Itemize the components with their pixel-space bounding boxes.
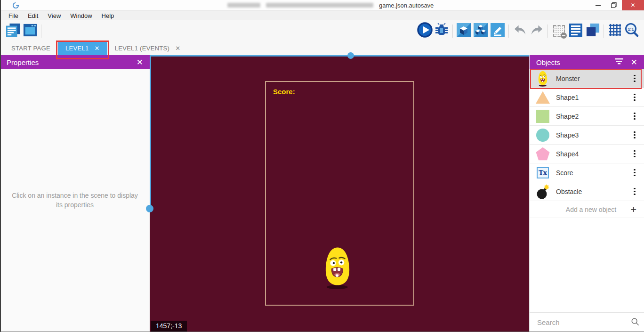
zoom-1-1-button[interactable]: 1:1 — [623, 22, 640, 40]
grid-button[interactable] — [606, 22, 623, 40]
scene-splitter-line[interactable] — [150, 57, 151, 210]
monster-instance[interactable] — [322, 245, 354, 292]
menu-window[interactable]: Window — [65, 11, 97, 21]
object-row-shape4[interactable]: Shape4 — [530, 145, 644, 163]
start-page-button[interactable] — [22, 22, 39, 40]
object-label: Score — [556, 169, 628, 177]
tab-label: LEVEL1 (EVENTS) — [115, 45, 170, 52]
close-button[interactable]: ✕ — [622, 0, 644, 10]
object-cube-icon — [457, 23, 471, 39]
svg-text:1:1: 1:1 — [628, 27, 634, 32]
kebab-menu-icon[interactable] — [628, 188, 644, 195]
tab-close-icon[interactable]: ✕ — [175, 45, 180, 52]
window-title: game.json.autosave — [227, 1, 434, 9]
object-label: Shape3 — [556, 131, 628, 139]
toolbar-divider — [508, 24, 509, 38]
square-icon — [530, 109, 556, 123]
monster-thumbnail-icon — [530, 70, 556, 87]
delete-selection-icon — [553, 25, 565, 37]
objects-editor-button[interactable] — [455, 22, 472, 40]
splitter-handle-top[interactable] — [347, 52, 354, 59]
start-page-icon — [23, 23, 38, 39]
object-label: Obstacle — [556, 188, 628, 195]
object-row-shape3[interactable]: Shape3 — [530, 126, 644, 145]
objects-search-bar — [530, 312, 644, 332]
kebab-menu-icon[interactable] — [628, 94, 644, 101]
add-new-object-button[interactable]: Add a new object + — [530, 201, 644, 218]
redacted-path-segment — [266, 3, 373, 8]
tab-label: START PAGE — [11, 45, 50, 52]
triangle-icon — [530, 90, 556, 105]
object-row-score[interactable]: Tx Score — [530, 163, 644, 182]
plus-icon: + — [630, 204, 636, 215]
kebab-menu-icon[interactable] — [628, 150, 644, 158]
search-icon[interactable] — [631, 317, 639, 328]
layers-icon — [586, 23, 600, 39]
instances-list-button[interactable] — [567, 22, 584, 40]
tab-close-icon[interactable]: ✕ — [94, 45, 99, 52]
delete-instances-button[interactable] — [550, 22, 567, 40]
menu-edit[interactable]: Edit — [23, 11, 43, 21]
gdevelop-logo-icon — [12, 2, 19, 9]
scene-properties-button[interactable] — [489, 22, 506, 40]
kebab-menu-icon[interactable] — [628, 75, 644, 82]
redo-arrow-icon — [530, 23, 544, 39]
splitter-handle-left[interactable] — [146, 205, 153, 212]
instances-editor-button[interactable] — [472, 22, 489, 40]
properties-empty-message: Click on an instance in the scene to dis… — [0, 191, 150, 210]
window-title-text: game.json.autosave — [379, 2, 434, 9]
toolbar: 1:1 — [0, 20, 644, 41]
tab-level1[interactable]: LEVEL1 ✕ — [58, 41, 107, 55]
search-input[interactable] — [537, 318, 631, 326]
kebab-menu-icon[interactable] — [628, 113, 644, 120]
toolbar-divider — [547, 24, 548, 38]
grid-icon — [609, 24, 621, 38]
objects-panel-title: Objects — [536, 58, 560, 66]
tx-glyph: Tx — [537, 167, 549, 178]
kebab-menu-icon[interactable] — [628, 131, 644, 139]
title-bar: game.json.autosave ✕ — [0, 0, 644, 10]
toolbar-divider — [452, 24, 453, 38]
zoom-1-1-icon: 1:1 — [624, 23, 639, 40]
menu-bar: File Edit View Window Help — [0, 10, 644, 20]
menu-file[interactable]: File — [4, 11, 23, 21]
object-row-obstacle[interactable]: Obstacle — [530, 182, 644, 201]
minimize-button[interactable] — [590, 0, 606, 10]
restore-button[interactable] — [606, 0, 622, 10]
undo-button[interactable] — [511, 22, 528, 40]
kebab-menu-icon[interactable] — [628, 169, 644, 177]
menu-help[interactable]: Help — [97, 11, 119, 21]
redo-button[interactable] — [528, 22, 545, 40]
preview-play-button[interactable] — [416, 22, 433, 40]
project-manager-icon — [6, 23, 21, 39]
redacted-title-segment — [227, 3, 260, 8]
scene-canvas[interactable]: Score: 1457;-13 — [150, 55, 529, 332]
pencil-icon — [491, 23, 505, 39]
instances-cubes-icon — [474, 23, 488, 39]
close-icon[interactable]: ✕ — [631, 58, 637, 66]
object-label: Shape2 — [556, 113, 628, 120]
properties-panel: Properties ✕ Click on an instance in the… — [0, 55, 150, 332]
circle-icon — [530, 128, 556, 142]
toolbar-divider — [604, 24, 604, 38]
text-object-icon: Tx — [530, 167, 556, 178]
score-text-instance[interactable]: Score: — [273, 88, 295, 96]
object-row-shape1[interactable]: Shape1 — [530, 88, 644, 107]
menu-view[interactable]: View — [43, 11, 65, 21]
tab-start-page[interactable]: START PAGE — [4, 41, 58, 55]
objects-panel-header: Objects ✕ — [530, 55, 644, 69]
filter-icon[interactable] — [615, 58, 623, 66]
bomb-icon — [530, 184, 556, 200]
object-row-monster[interactable]: Monster — [530, 69, 644, 88]
properties-panel-header: Properties ✕ — [0, 55, 150, 69]
debugger-button[interactable] — [433, 22, 450, 40]
object-row-shape2[interactable]: Shape2 — [530, 107, 644, 126]
project-manager-button[interactable] — [5, 22, 22, 40]
undo-arrow-icon — [513, 23, 527, 39]
tab-level1-events[interactable]: LEVEL1 (EVENTS) ✕ — [107, 41, 188, 55]
tab-label: LEVEL1 — [65, 45, 89, 52]
layers-button[interactable] — [584, 22, 601, 40]
add-object-label: Add a new object — [530, 206, 644, 213]
cursor-coordinates-readout: 1457;-13 — [151, 321, 187, 332]
close-icon[interactable]: ✕ — [137, 58, 143, 66]
